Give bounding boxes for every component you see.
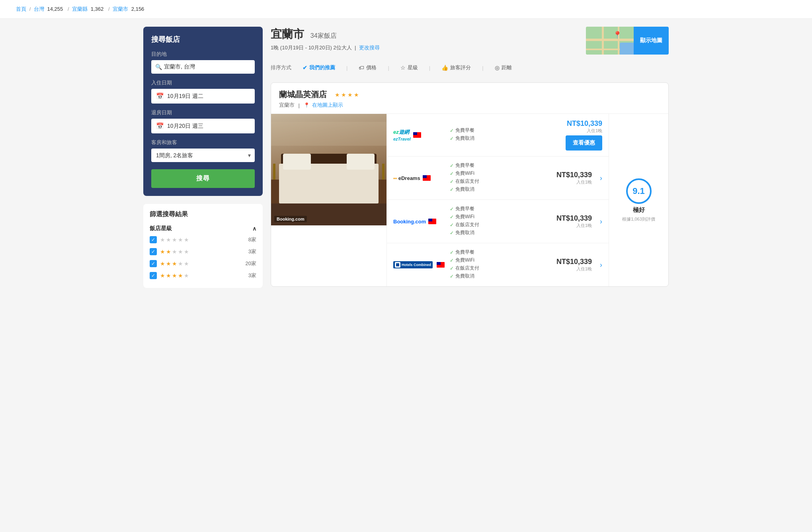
offer-price-wrap-4: NT$10,339 入住1晚 [540, 258, 592, 272]
feature-pay-hotel-4: ✓ 在飯店支付 [450, 265, 535, 272]
feature-free-wifi-3: ✓ 免費WiFi [450, 213, 535, 220]
hotel-name-area: 蘭城晶英酒店 ★ ★ ★ ★ 宜蘭市 | 📍 在地圖上顯示 [279, 89, 359, 109]
offer-row-hotels-combined: Hotels Combined ✓ 免費早餐 [387, 243, 609, 286]
breadcrumb-taiwan[interactable]: 台灣 [34, 6, 44, 12]
offer-row-edreams: •• eDreams ✓ 免費早餐 [387, 156, 609, 200]
sort-rating-label: 旅客評分 [450, 64, 471, 71]
hotels-combined-logo: Hotels Combined [393, 261, 433, 268]
score-label: 極好 [633, 206, 645, 214]
checkin-label: 入住日期 [151, 79, 255, 86]
feature-pay-hotel-2: ✓ 在飯店支付 [450, 178, 535, 185]
check-icon-13: ✓ [450, 266, 454, 271]
star-3-checkbox[interactable]: ✓ [150, 260, 157, 267]
filter-section: 篩選搜尋結果 飯店星級 ∧ ✓ ★ ★ ★ ★ ★ 8家 [143, 204, 263, 288]
star-2-count: 3家 [248, 248, 256, 255]
book-button-1[interactable]: 查看優惠 [566, 135, 602, 151]
star-filter-3star[interactable]: ✓ ★ ★ ★ ★ ★ 20家 [150, 258, 256, 270]
guests-select-wrap: 1間房, 2名旅客 ▾ [151, 149, 255, 162]
check-icon: ✓ [450, 128, 454, 133]
hotel-stars: ★ ★ ★ ★ [335, 92, 359, 98]
breadcrumb-yilan-city[interactable]: 宜蘭市 [113, 6, 128, 12]
map-thumbnail: 📍 [586, 27, 634, 55]
offer-arrow-4[interactable]: › [597, 261, 602, 269]
sort-price-label: 價格 [366, 64, 377, 71]
star-2-checkbox[interactable]: ✓ [150, 248, 157, 255]
map-pin-icon: 📍 [613, 31, 622, 39]
breadcrumb-home[interactable]: 首頁 [16, 6, 26, 12]
score-count: 根據1,063則評價 [622, 216, 655, 222]
hotel-card: 蘭城晶英酒店 ★ ★ ★ ★ 宜蘭市 | 📍 在地圖上顯示 [271, 82, 669, 287]
search-button[interactable]: 搜尋 [151, 169, 255, 188]
tw-flag-1 [413, 132, 421, 138]
hotel-map-link[interactable]: 在地圖上顯示 [312, 102, 343, 109]
checkmark-icon-2: ✓ [151, 249, 155, 254]
feature-pay-hotel-3: ✓ 在飯店支付 [450, 221, 535, 228]
offer-price-4: NT$10,339 [540, 258, 592, 266]
breadcrumb-sep3: / [108, 6, 110, 12]
hotel-card-header: 蘭城晶英酒店 ★ ★ ★ ★ 宜蘭市 | 📍 在地圖上顯示 [271, 83, 668, 114]
offer-price-sub-4: 入住1晚 [540, 266, 592, 272]
eztravel-logo: ez遊網 ezTravel [393, 129, 411, 142]
hotel-location: 宜蘭市 | 📍 在地圖上顯示 [279, 102, 359, 109]
show-map-button[interactable]: 顯示地圖 [634, 27, 669, 55]
feature-free-breakfast-4: ✓ 免費早餐 [450, 249, 535, 256]
sort-distance[interactable]: ◎ 距離 [492, 63, 515, 73]
feature-free-cancel-1: ✓ 免費取消 [450, 135, 546, 142]
score-column: 9.1 極好 根據1,063則評價 [609, 114, 668, 286]
check-icon-12: ✓ [450, 258, 454, 263]
page-header: 宜蘭市 34家飯店 1晚 (10月19日 - 10月20日) 2位大人 | 更改… [271, 27, 669, 55]
booking-watermark: Booking.com [274, 216, 307, 222]
score-circle: 9.1 [626, 178, 652, 204]
checkout-date-input[interactable]: 📅 10月20日 週三 [151, 119, 255, 133]
star-filter-2star[interactable]: ✓ ★ ★ ★ ★ ★ 3家 [150, 246, 256, 258]
hotel-name: 蘭城晶英酒店 [279, 89, 327, 100]
sidebar: 搜尋飯店 目的地 🔍 入住日期 📅 10月19日 週二 退房日期 📅 10月20… [143, 27, 263, 293]
sort-bar: 排序方式 ✔ 我們的推薦 | 🏷 價格 | ☆ 星級 | 👍 旅客評分 | ◎ [271, 59, 669, 77]
destination-label: 目的地 [151, 51, 255, 58]
feature-free-cancel-2: ✓ 免費取消 [450, 186, 535, 193]
page-subtitle: 1晚 (10月19日 - 10月20日) 2位大人 | 更改搜尋 [271, 44, 380, 51]
sort-label: 排序方式 [271, 64, 291, 71]
modify-search-link[interactable]: 更改搜尋 [359, 45, 380, 51]
sort-stars[interactable]: ☆ 星級 [397, 63, 421, 73]
check-icon-14: ✓ [450, 274, 454, 279]
star-4-checkbox[interactable]: ✓ [150, 272, 157, 279]
star-1-checkbox[interactable]: ✓ [150, 236, 157, 243]
score-value: 9.1 [632, 186, 645, 196]
check-icon-5: ✓ [450, 179, 454, 184]
feature-free-breakfast-3: ✓ 免費早餐 [450, 205, 535, 212]
sort-rating[interactable]: 👍 旅客評分 [438, 63, 474, 73]
star-2-display: ★ ★ ★ ★ ★ [160, 248, 189, 255]
star-sort-icon: ☆ [400, 65, 406, 71]
offer-row-eztravel: ez遊網 ezTravel ✓ 免費早餐 [387, 114, 609, 156]
page-title: 宜蘭市 34家飯店 [271, 27, 380, 42]
sort-distance-label: 距離 [502, 64, 512, 71]
offer-price-3: NT$10,339 [540, 214, 592, 223]
hotel-offers: ez遊網 ezTravel ✓ 免費早餐 [386, 114, 609, 286]
offer-arrow-3[interactable]: › [597, 217, 602, 226]
check-icon-4: ✓ [450, 171, 454, 176]
star-filter-title[interactable]: 飯店星級 ∧ [150, 223, 256, 234]
offer-price-wrap-3: NT$10,339 入住1晚 [540, 214, 592, 229]
hotel-card-body: Booking.com ez遊網 ezTravel [271, 114, 668, 286]
filter-section-title: 篩選搜尋結果 [150, 210, 256, 219]
checkout-date-value: 10月20日 週三 [167, 123, 203, 130]
star-filter-1star[interactable]: ✓ ★ ★ ★ ★ ★ 8家 [150, 234, 256, 246]
calendar-icon-2: 📅 [156, 122, 164, 130]
sort-price[interactable]: 🏷 價格 [355, 63, 380, 73]
destination-input[interactable] [151, 60, 255, 74]
offer-arrow-2[interactable]: › [597, 174, 602, 182]
check-icon-3: ✓ [450, 163, 454, 168]
page-title-area: 宜蘭市 34家飯店 1晚 (10月19日 - 10月20日) 2位大人 | 更改… [271, 27, 380, 51]
breadcrumb-yilan-county[interactable]: 宜蘭縣 [72, 6, 88, 12]
checkout-label: 退房日期 [151, 109, 255, 116]
guests-select[interactable]: 1間房, 2名旅客 [151, 149, 255, 162]
checkmark-icon-3: ✓ [151, 261, 155, 266]
map-pin-small-icon: 📍 [304, 102, 310, 108]
sort-recommended[interactable]: ✔ 我們的推薦 [299, 63, 338, 73]
offer-features-4: ✓ 免費早餐 ✓ 免費WiFi ✓ 在飯店支付 [450, 249, 535, 281]
feature-free-wifi-2: ✓ 免費WiFi [450, 170, 535, 177]
checkin-date-input[interactable]: 📅 10月19日 週二 [151, 89, 255, 104]
star-filter-4star[interactable]: ✓ ★ ★ ★ ★ ★ 3家 [150, 270, 256, 282]
main-content: 宜蘭市 34家飯店 1晚 (10月19日 - 10月20日) 2位大人 | 更改… [271, 27, 669, 293]
